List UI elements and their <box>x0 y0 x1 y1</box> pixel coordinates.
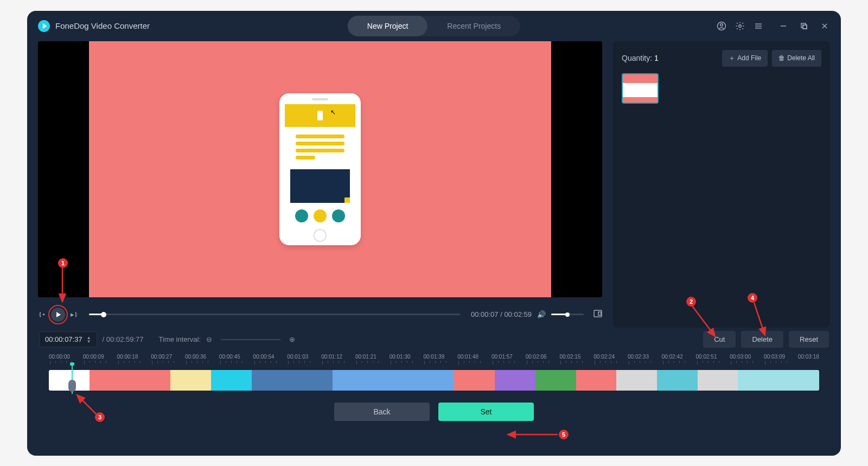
annotation-badge-2: 2 <box>686 297 696 307</box>
tab-recent-projects[interactable]: Recent Projects <box>427 16 520 36</box>
edit-toolbar: 00:00:07:37 ▲▼ / 00:02:59:77 Time interv… <box>27 328 841 352</box>
prev-frame-icon[interactable]: ⦉◂ <box>38 310 46 318</box>
ruler-tick: 00:01:48 <box>457 354 481 365</box>
svg-rect-12 <box>594 310 602 317</box>
timeline-ruler: 00:00:0000:00:0900:00:1800:00:2700:00:36… <box>27 352 841 365</box>
ruler-tick: 00:00:00 <box>49 354 72 365</box>
ruler-tick: 00:02:24 <box>593 354 617 365</box>
time-step-down-icon[interactable]: ▼ <box>87 340 91 343</box>
zoom-in-icon[interactable]: ⊕ <box>289 335 295 343</box>
total-duration: / 00:02:59:77 <box>103 335 144 343</box>
logo-icon <box>38 20 50 32</box>
ruler-tick: 00:00:09 <box>83 354 106 365</box>
ruler-tick: 00:00:36 <box>185 354 208 365</box>
phone-illustration: ↖ <box>279 93 361 245</box>
delete-all-button[interactable]: 🗑Delete All <box>772 50 821 67</box>
reset-button[interactable]: Reset <box>789 331 829 348</box>
account-icon[interactable] <box>716 21 727 31</box>
ruler-tick: 00:02:51 <box>696 354 719 365</box>
ruler-tick: 00:01:03 <box>287 354 310 365</box>
fullscreen-icon[interactable] <box>593 310 602 319</box>
volume-icon[interactable]: 🔊 <box>537 310 546 318</box>
svg-point-2 <box>739 24 742 27</box>
plus-icon: ＋ <box>729 54 735 63</box>
cut-button[interactable]: Cut <box>703 331 736 348</box>
ruler-tick: 00:01:21 <box>355 354 379 365</box>
titlebar: FoneDog Video Converter New Project Rece… <box>27 11 841 41</box>
settings-icon[interactable] <box>735 21 745 31</box>
maximize-icon[interactable] <box>799 21 809 31</box>
ruler-tick: 00:03:09 <box>764 354 787 365</box>
interval-label: Time interval: <box>159 335 201 343</box>
minimize-icon[interactable] <box>778 21 789 31</box>
close-icon[interactable] <box>819 21 830 31</box>
annotation-badge-3: 3 <box>95 412 105 422</box>
svg-point-1 <box>720 23 723 26</box>
time-display: 00:00:07 / 00:02:59 <box>471 310 532 318</box>
svg-rect-8 <box>803 25 807 29</box>
trash-icon: 🗑 <box>778 54 785 62</box>
ruler-tick: 00:03:00 <box>730 354 753 365</box>
clip-panel: Quantity: 1 ＋Add File 🗑Delete All <box>613 41 830 328</box>
bottom-bar: Back Set <box>27 393 841 421</box>
menu-icon[interactable] <box>753 21 764 31</box>
ruler-tick: 00:00:54 <box>253 354 277 365</box>
filmstrip[interactable] <box>27 365 841 393</box>
ruler-tick: 00:03:18 <box>798 354 819 365</box>
tab-new-project[interactable]: New Project <box>348 16 427 36</box>
app-title: FoneDog Video Converter <box>55 21 150 30</box>
ruler-tick: 00:01:30 <box>390 354 413 365</box>
interval-slider[interactable] <box>221 339 280 340</box>
ruler-tick: 00:02:42 <box>662 354 685 365</box>
ruler-tick: 00:02:06 <box>526 354 549 365</box>
ruler-tick: 00:02:33 <box>628 354 651 365</box>
delete-button[interactable]: Delete <box>741 331 783 348</box>
add-file-button[interactable]: ＋Add File <box>722 50 768 67</box>
app-logo: FoneDog Video Converter <box>38 20 150 32</box>
ruler-tick: 00:00:45 <box>219 354 242 365</box>
play-button[interactable] <box>51 308 65 322</box>
titlebar-right <box>716 21 830 31</box>
annotation-badge-1: 1 <box>58 258 68 268</box>
ruler-tick: 00:01:57 <box>492 354 515 365</box>
ruler-tick: 00:02:15 <box>559 354 583 365</box>
video-frame: ↖ <box>89 41 552 297</box>
ruler-tick: 00:01:12 <box>321 354 344 365</box>
quantity-label: Quantity: 1 <box>622 54 659 62</box>
clip-thumbnail[interactable] <box>622 73 659 104</box>
progress-slider[interactable] <box>89 314 460 315</box>
svg-rect-13 <box>598 312 601 315</box>
video-preview[interactable]: ↖ <box>38 41 602 297</box>
playhead-handle[interactable] <box>68 380 76 392</box>
ruler-tick: 00:00:18 <box>117 354 141 365</box>
next-frame-icon[interactable]: ▸⦊ <box>71 310 78 318</box>
zoom-out-icon[interactable]: ⊖ <box>206 335 212 343</box>
volume-slider[interactable] <box>551 314 584 315</box>
time-input[interactable]: 00:00:07:37 ▲▼ <box>39 331 97 347</box>
top-tabs: New Project Recent Projects <box>348 16 520 36</box>
app-window: FoneDog Video Converter New Project Rece… <box>27 11 841 456</box>
back-button[interactable]: Back <box>334 403 430 421</box>
annotation-badge-4: 4 <box>748 293 757 303</box>
ruler-tick: 00:00:27 <box>151 354 174 365</box>
set-button[interactable]: Set <box>438 403 534 421</box>
playback-controls: ⦉◂ ▸⦊ 00:00:07 / 00:02:59 🔊 <box>38 302 602 328</box>
ruler-tick: 00:01:39 <box>423 354 446 365</box>
annotation-badge-5: 5 <box>559 430 569 439</box>
